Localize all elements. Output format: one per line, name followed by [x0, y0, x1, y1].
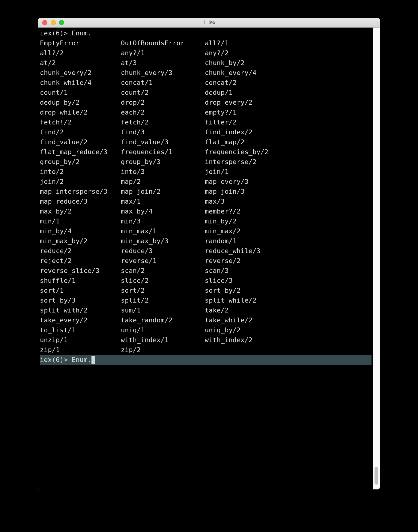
completion-item: map/2 [121, 177, 205, 187]
completion-item: chunk_by/2 [205, 58, 372, 68]
completion-item: join/1 [205, 167, 372, 177]
window-title: 1. iex [38, 19, 380, 26]
completion-item: split_with/2 [40, 305, 121, 315]
completion-item: fetch!/2 [40, 117, 121, 127]
completion-item: chunk_every/3 [121, 68, 205, 78]
completion-item: uniq_by/2 [205, 325, 372, 335]
completion-item: empty?/1 [205, 107, 372, 117]
completion-item: min/1 [40, 216, 121, 226]
completion-item: sort/2 [121, 285, 205, 295]
completion-item: EmptyError [40, 38, 121, 48]
completion-item: filter/2 [205, 117, 372, 127]
completion-item: sort_by/2 [205, 285, 372, 295]
terminal[interactable]: iex(6)> Enum. EmptyErrorOutOfBoundsError… [38, 28, 373, 489]
prompt-output-line: iex(6)> Enum. [40, 28, 372, 38]
completion-item: sort_by/3 [40, 295, 121, 305]
completion-item: flat_map/2 [205, 137, 372, 147]
completion-item: with_index/2 [205, 335, 372, 345]
completion-item: chunk_while/4 [40, 78, 121, 88]
prompt-input-line[interactable]: iex(6)> Enum. [40, 355, 372, 365]
completion-item: find_value/3 [121, 137, 205, 147]
completion-item: any?/2 [205, 48, 372, 58]
completion-item: dedup_by/2 [40, 97, 121, 107]
completion-item: uniq/1 [121, 325, 205, 335]
completion-grid: EmptyErrorOutOfBoundsErrorall?/1all?/2an… [40, 38, 372, 355]
prompt-input-text: iex(6)> Enum. [40, 355, 91, 365]
completion-item: shuffle/1 [40, 276, 121, 285]
titlebar[interactable]: 1. iex [38, 18, 380, 28]
completion-item: reduce/2 [40, 246, 121, 256]
completion-item: find_index/2 [205, 127, 372, 137]
completion-item: any?/1 [121, 48, 205, 58]
completion-item: min_by/4 [40, 226, 121, 236]
completion-item: max_by/2 [40, 206, 121, 216]
completion-item: with_index/1 [121, 335, 205, 345]
completion-item: count/2 [121, 88, 205, 97]
completion-item: drop/2 [121, 97, 205, 107]
completion-item: dedup/1 [205, 88, 372, 97]
completion-item: split/2 [121, 295, 205, 305]
completion-item: zip/1 [40, 345, 121, 355]
completion-item: fetch/2 [121, 117, 205, 127]
scrollbar[interactable] [373, 28, 380, 489]
scrollbar-thumb[interactable] [375, 467, 378, 485]
completion-item: all?/2 [40, 48, 121, 58]
completion-item: sort/1 [40, 285, 121, 295]
completion-item: min_max_by/2 [40, 236, 121, 246]
completion-item: frequencies/1 [121, 147, 205, 157]
completion-item: take_every/2 [40, 315, 121, 325]
completion-item: map_join/3 [205, 187, 372, 196]
completion-item: join/2 [40, 177, 121, 187]
completion-item: chunk_every/2 [40, 68, 121, 78]
completion-item: drop_every/2 [205, 97, 372, 107]
completion-item: min_max/2 [205, 226, 372, 236]
completion-item: max_by/4 [121, 206, 205, 216]
completion-item: at/3 [121, 58, 205, 68]
completion-item: find/3 [121, 127, 205, 137]
completion-item: each/2 [121, 107, 205, 117]
completion-item: random/1 [205, 236, 372, 246]
completion-item: member?/2 [205, 206, 372, 216]
completion-item: slice/2 [121, 276, 205, 285]
completion-item: into/2 [40, 167, 121, 177]
completion-item: scan/3 [205, 266, 372, 276]
completion-item: count/1 [40, 88, 121, 97]
completion-item: min_max_by/3 [121, 236, 205, 246]
completion-item: take_while/2 [205, 315, 372, 325]
completion-item: into/3 [121, 167, 205, 177]
completion-item: zip/2 [121, 345, 205, 355]
completion-item: reduce_while/3 [205, 246, 372, 256]
completion-item: take_random/2 [121, 315, 205, 325]
completion-item: group_by/3 [121, 157, 205, 167]
completion-item: min_max/1 [121, 226, 205, 236]
completion-item: slice/3 [205, 276, 372, 285]
completion-item: at/2 [40, 58, 121, 68]
completion-item: chunk_every/4 [205, 68, 372, 78]
completion-item: flat_map_reduce/3 [40, 147, 121, 157]
completion-item: sum/1 [121, 305, 205, 315]
completion-item: reverse/1 [121, 256, 205, 266]
completion-item: drop_while/2 [40, 107, 121, 117]
completion-item: reject/2 [40, 256, 121, 266]
completion-item: take/2 [205, 305, 372, 315]
completion-item: concat/1 [121, 78, 205, 88]
completion-item: intersperse/2 [205, 157, 372, 167]
completion-item: max/3 [205, 196, 372, 206]
completion-item: reverse/2 [205, 256, 372, 266]
completion-item: reduce/3 [121, 246, 205, 256]
cursor-icon [91, 356, 95, 364]
completion-item: all?/1 [205, 38, 372, 48]
completion-item: concat/2 [205, 78, 372, 88]
completion-item: min_by/2 [205, 216, 372, 226]
completion-item: map_reduce/3 [40, 196, 121, 206]
terminal-wrap: iex(6)> Enum. EmptyErrorOutOfBoundsError… [38, 28, 380, 489]
completion-item: to_list/1 [40, 325, 121, 335]
completion-item: find_value/2 [40, 137, 121, 147]
completion-item: unzip/1 [40, 335, 121, 345]
completion-item: map_join/2 [121, 187, 205, 196]
completion-item: scan/2 [121, 266, 205, 276]
terminal-window: 1. iex iex(6)> Enum. EmptyErrorOutOfBoun… [38, 18, 380, 489]
completion-item: split_while/2 [205, 295, 372, 305]
completion-item: reverse_slice/3 [40, 266, 121, 276]
completion-item: frequencies_by/2 [205, 147, 372, 157]
